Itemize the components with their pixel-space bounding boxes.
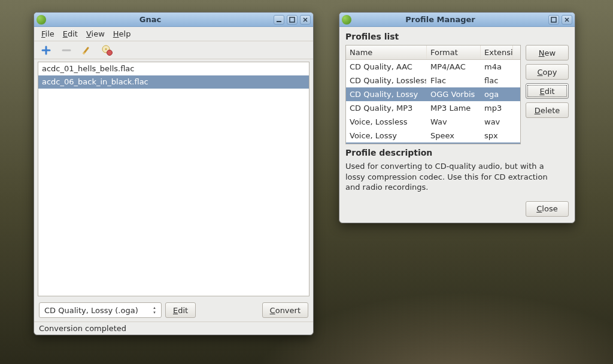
maximize-button[interactable] <box>548 15 559 25</box>
table-row[interactable]: CD Quality, MP3MP3 Lamemp3 <box>346 101 520 115</box>
gnac-window: Gnac File Edit View Help <box>34 12 314 335</box>
profiles-table-header[interactable]: Name Format Extensi <box>346 46 520 60</box>
pm-titlebar[interactable]: Profile Manager <box>339 13 575 27</box>
svg-rect-6 <box>551 17 556 22</box>
profile-description-label: Profile description <box>345 148 569 157</box>
close-button[interactable] <box>562 15 572 25</box>
edit-profile-button[interactable]: Edit <box>165 302 196 318</box>
maximize-button[interactable] <box>287 15 298 25</box>
col-name[interactable]: Name <box>346 46 427 59</box>
gnac-title: Gnac <box>29 15 271 24</box>
table-row[interactable]: CD Quality, LossyOGG Vorbisoga <box>346 87 520 101</box>
gnac-statusbar: Conversion completed <box>34 321 313 335</box>
svg-rect-0 <box>277 21 281 22</box>
edit-button[interactable]: Edit <box>526 83 569 99</box>
svg-rect-1 <box>290 17 295 22</box>
gnac-toolbar <box>34 41 313 59</box>
pm-body: Profiles list Name Format Extensi CD Qua… <box>339 27 575 223</box>
minimize-button[interactable] <box>274 15 284 25</box>
file-row[interactable]: acdc_01_hells_bells.flac <box>38 62 309 75</box>
table-row[interactable]: Voice, LosslessWavwav <box>346 115 520 129</box>
pm-side-buttons: New Copy Edit Delete <box>526 45 569 118</box>
delete-button[interactable]: Delete <box>526 102 569 118</box>
clear-icon[interactable] <box>81 44 93 56</box>
copy-button[interactable]: Copy <box>526 64 569 80</box>
table-row[interactable]: CD Quality, LosslessFlacflac <box>346 74 520 87</box>
add-icon[interactable] <box>40 44 52 56</box>
menu-help[interactable]: Help <box>110 28 135 40</box>
file-list[interactable]: acdc_01_hells_bells.flacacdc_06_back_in_… <box>38 62 309 296</box>
transcode-icon[interactable] <box>101 44 113 56</box>
profile-manager-window: Profile Manager Profiles list Name Forma… <box>339 12 575 223</box>
file-row[interactable]: acdc_06_back_in_black.flac <box>38 75 309 89</box>
profile-combo-value: CD Quality, Lossy (.oga) <box>44 306 138 315</box>
profiles-list-label: Profiles list <box>345 32 569 41</box>
profile-description-text: Used for converting to CD-quality audio,… <box>345 161 569 193</box>
col-ext[interactable]: Extensi <box>481 46 513 59</box>
table-row[interactable]: Voice, LossySpeexspx <box>346 129 520 142</box>
col-format[interactable]: Format <box>427 46 481 59</box>
close-button[interactable] <box>300 15 311 25</box>
profiles-table[interactable]: Name Format Extensi CD Quality, AACMP4/A… <box>345 45 521 144</box>
convert-button[interactable]: Convert <box>262 302 308 318</box>
combo-spinner-icon[interactable]: ▴▾ <box>150 306 159 315</box>
gnac-menubar: File Edit View Help <box>34 27 313 41</box>
pm-title: Profile Manager <box>335 15 546 24</box>
menu-view[interactable]: View <box>83 28 108 40</box>
svg-point-4 <box>105 48 107 50</box>
menu-edit[interactable]: Edit <box>59 28 81 40</box>
table-row[interactable]: CD Quality, AACMP4/AACm4a <box>346 60 520 74</box>
gnac-titlebar[interactable]: Gnac <box>34 13 313 27</box>
svg-point-5 <box>107 50 113 55</box>
remove-icon[interactable] <box>60 44 72 56</box>
close-dialog-button[interactable]: Close <box>526 201 569 217</box>
svg-point-2 <box>83 52 85 54</box>
profile-combo[interactable]: CD Quality, Lossy (.oga) ▴▾ <box>39 302 162 318</box>
menu-file[interactable]: File <box>38 28 58 40</box>
gnac-bottombar: CD Quality, Lossy (.oga) ▴▾ Edit Convert <box>34 299 313 321</box>
new-button[interactable]: New <box>526 45 569 60</box>
